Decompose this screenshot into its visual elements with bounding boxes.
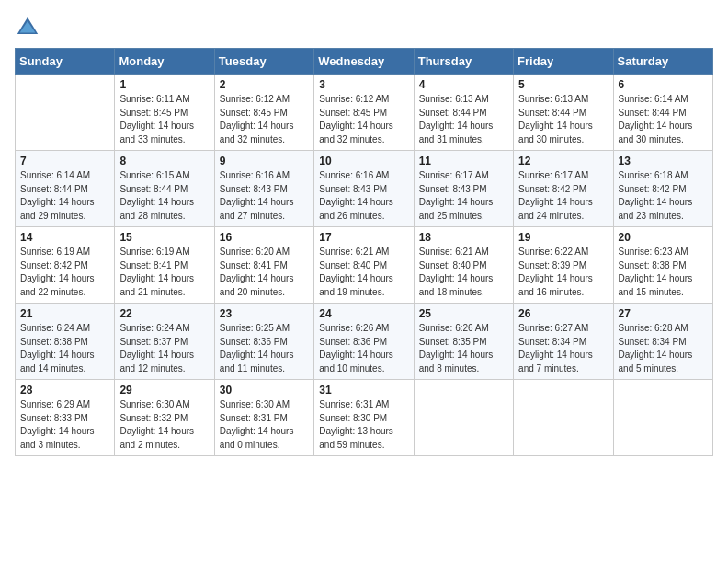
day-info: Sunrise: 6:30 AM Sunset: 8:32 PM Dayligh…	[119, 398, 209, 452]
weekday-header-friday: Friday	[514, 49, 613, 75]
day-info: Sunrise: 6:28 AM Sunset: 8:34 PM Dayligh…	[619, 322, 708, 375]
calendar-week-4: 21Sunrise: 6:24 AM Sunset: 8:38 PM Dayli…	[16, 304, 713, 380]
page-header	[15, 15, 713, 40]
logo-icon	[15, 15, 40, 40]
day-number: 16	[220, 231, 309, 244]
day-info: Sunrise: 6:19 AM Sunset: 8:41 PM Dayligh…	[119, 246, 209, 299]
calendar-cell: 31Sunrise: 6:31 AM Sunset: 8:30 PM Dayli…	[314, 380, 414, 456]
day-number: 5	[518, 78, 608, 91]
day-number: 9	[220, 155, 309, 167]
day-number: 27	[619, 307, 708, 320]
day-number: 21	[20, 307, 109, 320]
calendar-cell: 6Sunrise: 6:14 AM Sunset: 8:44 PM Daylig…	[613, 75, 712, 151]
day-info: Sunrise: 6:21 AM Sunset: 8:40 PM Dayligh…	[319, 246, 408, 299]
calendar-table: SundayMondayTuesdayWednesdayThursdayFrid…	[15, 48, 713, 456]
calendar-cell: 15Sunrise: 6:19 AM Sunset: 8:41 PM Dayli…	[115, 227, 214, 304]
calendar-cell: 11Sunrise: 6:17 AM Sunset: 8:43 PM Dayli…	[414, 151, 513, 227]
calendar-cell: 2Sunrise: 6:12 AM Sunset: 8:45 PM Daylig…	[214, 75, 313, 151]
weekday-header-saturday: Saturday	[613, 49, 712, 75]
day-number: 23	[220, 307, 309, 320]
day-info: Sunrise: 6:18 AM Sunset: 8:42 PM Dayligh…	[619, 169, 708, 223]
day-number: 8	[119, 155, 209, 167]
day-number: 28	[20, 384, 109, 396]
day-number: 12	[518, 155, 608, 167]
calendar-cell: 27Sunrise: 6:28 AM Sunset: 8:34 PM Dayli…	[613, 304, 712, 380]
calendar-cell: 21Sunrise: 6:24 AM Sunset: 8:38 PM Dayli…	[16, 304, 115, 380]
calendar-cell: 23Sunrise: 6:25 AM Sunset: 8:36 PM Dayli…	[214, 304, 313, 380]
calendar-cell: 12Sunrise: 6:17 AM Sunset: 8:42 PM Dayli…	[514, 151, 613, 227]
day-number: 15	[119, 231, 209, 244]
day-info: Sunrise: 6:21 AM Sunset: 8:40 PM Dayligh…	[419, 246, 508, 299]
weekday-header-thursday: Thursday	[414, 49, 513, 75]
day-info: Sunrise: 6:11 AM Sunset: 8:45 PM Dayligh…	[119, 93, 209, 146]
day-number: 24	[319, 307, 408, 320]
calendar-header-row: SundayMondayTuesdayWednesdayThursdayFrid…	[16, 49, 713, 75]
calendar-cell: 9Sunrise: 6:16 AM Sunset: 8:43 PM Daylig…	[214, 151, 313, 227]
calendar-cell: 13Sunrise: 6:18 AM Sunset: 8:42 PM Dayli…	[613, 151, 712, 227]
day-number: 31	[319, 384, 408, 396]
weekday-header-sunday: Sunday	[16, 49, 115, 75]
calendar-cell: 30Sunrise: 6:30 AM Sunset: 8:31 PM Dayli…	[214, 380, 313, 456]
calendar-cell: 5Sunrise: 6:13 AM Sunset: 8:44 PM Daylig…	[514, 75, 613, 151]
calendar-cell	[613, 380, 712, 456]
day-info: Sunrise: 6:13 AM Sunset: 8:44 PM Dayligh…	[518, 93, 608, 146]
day-info: Sunrise: 6:26 AM Sunset: 8:35 PM Dayligh…	[419, 322, 508, 375]
calendar-week-3: 14Sunrise: 6:19 AM Sunset: 8:42 PM Dayli…	[16, 227, 713, 304]
day-info: Sunrise: 6:17 AM Sunset: 8:43 PM Dayligh…	[419, 169, 508, 223]
logo	[15, 15, 44, 40]
calendar-cell: 25Sunrise: 6:26 AM Sunset: 8:35 PM Dayli…	[414, 304, 513, 380]
calendar-cell: 24Sunrise: 6:26 AM Sunset: 8:36 PM Dayli…	[314, 304, 414, 380]
day-number: 18	[419, 231, 508, 244]
day-number: 11	[419, 155, 508, 167]
day-info: Sunrise: 6:12 AM Sunset: 8:45 PM Dayligh…	[319, 93, 408, 146]
day-info: Sunrise: 6:24 AM Sunset: 8:38 PM Dayligh…	[20, 322, 109, 375]
calendar-cell: 18Sunrise: 6:21 AM Sunset: 8:40 PM Dayli…	[414, 227, 513, 304]
day-info: Sunrise: 6:16 AM Sunset: 8:43 PM Dayligh…	[220, 169, 309, 223]
calendar-cell: 8Sunrise: 6:15 AM Sunset: 8:44 PM Daylig…	[115, 151, 214, 227]
day-number: 10	[319, 155, 408, 167]
calendar-cell	[514, 380, 613, 456]
day-number: 30	[220, 384, 309, 396]
day-number: 22	[119, 307, 209, 320]
weekday-header-monday: Monday	[115, 49, 214, 75]
day-info: Sunrise: 6:27 AM Sunset: 8:34 PM Dayligh…	[518, 322, 608, 375]
day-number: 19	[518, 231, 608, 244]
day-number: 13	[619, 155, 708, 167]
calendar-week-1: 1Sunrise: 6:11 AM Sunset: 8:45 PM Daylig…	[16, 75, 713, 151]
day-number: 4	[419, 78, 508, 91]
day-info: Sunrise: 6:12 AM Sunset: 8:45 PM Dayligh…	[220, 93, 309, 146]
day-number: 25	[419, 307, 508, 320]
day-info: Sunrise: 6:23 AM Sunset: 8:38 PM Dayligh…	[619, 246, 708, 299]
calendar-cell: 1Sunrise: 6:11 AM Sunset: 8:45 PM Daylig…	[115, 75, 214, 151]
day-info: Sunrise: 6:14 AM Sunset: 8:44 PM Dayligh…	[619, 93, 708, 146]
calendar-cell: 7Sunrise: 6:14 AM Sunset: 8:44 PM Daylig…	[16, 151, 115, 227]
calendar-week-2: 7Sunrise: 6:14 AM Sunset: 8:44 PM Daylig…	[16, 151, 713, 227]
day-info: Sunrise: 6:26 AM Sunset: 8:36 PM Dayligh…	[319, 322, 408, 375]
weekday-header-wednesday: Wednesday	[314, 49, 414, 75]
calendar-cell	[414, 380, 513, 456]
day-info: Sunrise: 6:25 AM Sunset: 8:36 PM Dayligh…	[220, 322, 309, 375]
day-number: 3	[319, 78, 408, 91]
day-info: Sunrise: 6:15 AM Sunset: 8:44 PM Dayligh…	[119, 169, 209, 223]
day-number: 6	[619, 78, 708, 91]
day-info: Sunrise: 6:24 AM Sunset: 8:37 PM Dayligh…	[119, 322, 209, 375]
calendar-cell	[16, 75, 115, 151]
calendar-cell: 14Sunrise: 6:19 AM Sunset: 8:42 PM Dayli…	[16, 227, 115, 304]
day-info: Sunrise: 6:31 AM Sunset: 8:30 PM Dayligh…	[319, 398, 408, 452]
day-number: 7	[20, 155, 109, 167]
calendar-cell: 16Sunrise: 6:20 AM Sunset: 8:41 PM Dayli…	[214, 227, 313, 304]
day-number: 14	[20, 231, 109, 244]
calendar-cell: 19Sunrise: 6:22 AM Sunset: 8:39 PM Dayli…	[514, 227, 613, 304]
day-info: Sunrise: 6:29 AM Sunset: 8:33 PM Dayligh…	[20, 398, 109, 452]
day-number: 1	[119, 78, 209, 91]
calendar-week-5: 28Sunrise: 6:29 AM Sunset: 8:33 PM Dayli…	[16, 380, 713, 456]
calendar-cell: 20Sunrise: 6:23 AM Sunset: 8:38 PM Dayli…	[613, 227, 712, 304]
day-number: 29	[119, 384, 209, 396]
day-info: Sunrise: 6:14 AM Sunset: 8:44 PM Dayligh…	[20, 169, 109, 223]
weekday-header-tuesday: Tuesday	[214, 49, 313, 75]
day-info: Sunrise: 6:16 AM Sunset: 8:43 PM Dayligh…	[319, 169, 408, 223]
day-info: Sunrise: 6:19 AM Sunset: 8:42 PM Dayligh…	[20, 246, 109, 299]
day-number: 2	[220, 78, 309, 91]
day-info: Sunrise: 6:22 AM Sunset: 8:39 PM Dayligh…	[518, 246, 608, 299]
calendar-cell: 29Sunrise: 6:30 AM Sunset: 8:32 PM Dayli…	[115, 380, 214, 456]
